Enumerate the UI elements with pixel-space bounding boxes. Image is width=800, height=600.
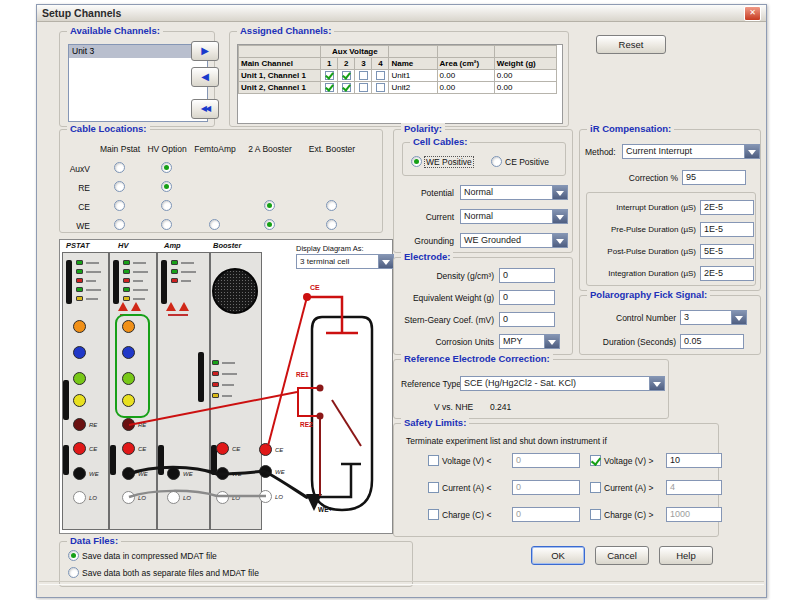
list-item[interactable]: Unit 3 (69, 45, 207, 58)
cancel-button[interactable]: Cancel (595, 546, 649, 565)
radio-re-hv-option[interactable] (161, 181, 172, 192)
radio-we-femtoamp[interactable] (209, 219, 220, 230)
charge-gt-label[interactable]: Charge (C) > (604, 510, 653, 520)
radio-ce-positive[interactable] (491, 156, 502, 167)
charge-gt-input[interactable]: 1000 (666, 507, 722, 522)
radio-ce-2a-booster[interactable] (264, 200, 275, 211)
radio-save-separate[interactable] (68, 567, 79, 578)
aux4-checkbox[interactable] (376, 71, 385, 80)
radio-save-compressed[interactable] (68, 550, 79, 561)
voltage-gt-label[interactable]: Voltage (V) > (604, 456, 653, 466)
aux4-checkbox[interactable] (376, 83, 385, 92)
aux1-checkbox[interactable] (325, 83, 334, 92)
density-input[interactable]: 0 (499, 268, 555, 283)
potential-dropdown[interactable]: Normal (460, 185, 568, 200)
pre-pulse-duration-input[interactable]: 1E-5 (700, 222, 754, 237)
current-dropdown[interactable]: Normal (460, 209, 568, 224)
hv-jack-re (122, 418, 135, 431)
weight-cell[interactable]: 0.00 (494, 70, 556, 82)
aux1-cell[interactable] (321, 70, 338, 82)
ok-button[interactable]: OK (531, 546, 585, 565)
pstat-jack-orange (73, 320, 86, 333)
aux3-cell[interactable] (355, 82, 372, 94)
charge-lt-label[interactable]: Charge (C) < (442, 510, 491, 520)
col-ext-booster: Ext. Booster (304, 144, 360, 154)
aux2-cell[interactable] (338, 70, 355, 82)
interrupt-duration-input[interactable]: 2E-5 (700, 200, 754, 215)
aux1-cell[interactable] (321, 82, 338, 94)
stern-geary-input[interactable]: 0 (499, 312, 555, 327)
header-spacer (437, 46, 494, 58)
assigned-channels-table[interactable]: Aux Voltage Main Channel 1 2 3 4 Name Ar… (237, 44, 563, 124)
current-lt-label[interactable]: Current (A) < (442, 483, 491, 493)
radio-ce-ext-booster[interactable] (326, 200, 337, 211)
aux1-checkbox[interactable] (325, 71, 334, 80)
table-row[interactable]: Unit 1, Channel 1 Unit1 0.00 0.00 (239, 70, 557, 82)
weight-cell[interactable]: 0.00 (494, 82, 556, 94)
table-row[interactable]: Unit 2, Channel 1 Unit2 0.00 0.00 (239, 82, 557, 94)
aux2-checkbox[interactable] (342, 71, 351, 80)
move-left-button[interactable]: ◀ (191, 67, 219, 87)
integration-duration-input[interactable]: 2E-5 (700, 266, 754, 281)
voltage-lt-input[interactable]: 0 (512, 453, 580, 468)
aux2-checkbox[interactable] (342, 83, 351, 92)
col-2a-booster: 2 A Booster (242, 144, 298, 154)
current-gt-checkbox[interactable] (590, 482, 601, 493)
radio-auxv-main-pstat[interactable] (114, 162, 125, 173)
aux3-checkbox[interactable] (359, 83, 368, 92)
current-gt-input[interactable]: 4 (666, 480, 722, 495)
name-cell[interactable]: Unit2 (389, 82, 437, 94)
reference-type-dropdown[interactable]: SCE (Hg/Hg2Cl2 - Sat. KCl) (460, 376, 665, 391)
charge-lt-input[interactable]: 0 (512, 507, 580, 522)
control-number-dropdown[interactable]: 3 (680, 310, 747, 325)
reset-button[interactable]: Reset (596, 35, 666, 54)
radio-auxv-hv-option[interactable] (161, 162, 172, 173)
close-button[interactable]: ✕ (744, 6, 761, 21)
move-right-button[interactable]: ▶ (191, 41, 219, 61)
current-lt-input[interactable]: 0 (512, 480, 580, 495)
display-diagram-as-dropdown[interactable]: 3 terminal cell (296, 254, 394, 269)
col-aux-3: 3 (355, 58, 372, 70)
radio-we-positive[interactable] (411, 156, 422, 167)
radio-we-hv-option[interactable] (161, 219, 172, 230)
name-cell[interactable]: Unit1 (389, 70, 437, 82)
aux2-cell[interactable] (338, 82, 355, 94)
correction-input[interactable]: 95 (682, 170, 746, 185)
radio-re-main-pstat[interactable] (114, 181, 125, 192)
aux4-cell[interactable] (372, 82, 389, 94)
current-gt-label[interactable]: Current (A) > (604, 483, 653, 493)
voltage-gt-input[interactable]: 10 (666, 453, 722, 468)
radio-ce-hv-option[interactable] (161, 200, 172, 211)
move-all-left-button[interactable]: ◀◀ (191, 99, 219, 119)
title-bar[interactable]: Setup Channels ✕ (37, 5, 766, 22)
hv-led-yellow (123, 296, 130, 301)
charge-gt-checkbox[interactable] (590, 509, 601, 520)
grounding-dropdown[interactable]: WE Grounded (460, 233, 568, 248)
corrosion-units-dropdown[interactable]: MPY (499, 334, 560, 349)
area-cell[interactable]: 0.00 (437, 70, 494, 82)
radio-we-ext-booster[interactable] (326, 219, 337, 230)
aux3-cell[interactable] (355, 70, 372, 82)
we-positive-label[interactable]: WE Positive (425, 157, 473, 167)
equivalent-weight-input[interactable]: 0 (499, 290, 555, 305)
voltage-gt-checkbox[interactable] (590, 455, 601, 466)
radio-we-2a-booster[interactable] (264, 219, 275, 230)
radio-ce-main-pstat[interactable] (114, 200, 125, 211)
help-button[interactable]: Help (659, 546, 713, 565)
booster-led-yellow (212, 393, 219, 398)
aux3-checkbox[interactable] (359, 71, 368, 80)
radio-we-main-pstat[interactable] (114, 219, 125, 230)
aux4-cell[interactable] (372, 70, 389, 82)
area-cell[interactable]: 0.00 (437, 82, 494, 94)
ce-positive-label[interactable]: CE Positive (505, 157, 549, 167)
fick-duration-input[interactable]: 0.05 (680, 334, 744, 349)
post-pulse-duration-input[interactable]: 5E-5 (700, 244, 754, 259)
voltage-lt-label[interactable]: Voltage (V) < (442, 456, 491, 466)
current-lt-checkbox[interactable] (428, 482, 439, 493)
charge-lt-checkbox[interactable] (428, 509, 439, 520)
method-dropdown[interactable]: Current Interrupt (622, 144, 760, 159)
save-compressed-label[interactable]: Save data in compressed MDAT file (82, 551, 217, 561)
voltage-lt-checkbox[interactable] (428, 455, 439, 466)
available-channels-list[interactable]: Unit 3 (68, 44, 208, 122)
save-separate-label[interactable]: Save data both as separate files and MDA… (82, 568, 259, 578)
